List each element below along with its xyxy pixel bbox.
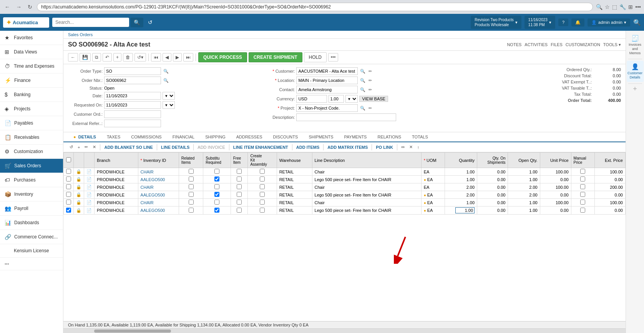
po-link-button[interactable]: PO LINK xyxy=(374,144,395,150)
row-manual-price[interactable] xyxy=(571,206,594,215)
tab-relations[interactable]: RELATIONS xyxy=(372,132,407,142)
grid-refresh-button[interactable]: ↺ xyxy=(68,144,75,150)
tab-taxes[interactable]: TAXES xyxy=(101,132,126,142)
currency-input[interactable] xyxy=(296,95,327,103)
create-kit-checkbox[interactable] xyxy=(260,192,265,197)
add-matrix-items-button[interactable]: ADD MATRIX ITEMS xyxy=(326,144,369,150)
copy-button[interactable]: ⧉ xyxy=(92,53,101,62)
sidebar-item-kensium[interactable]: Kensium License xyxy=(0,244,63,258)
quick-process-button[interactable]: QUICK PROCESS xyxy=(198,52,247,62)
order-nbr-lookup-button[interactable]: 🔍 xyxy=(163,78,169,83)
invoices-memos-button[interactable]: 🧾 InvoicesandMemos xyxy=(627,32,644,57)
sidebar-item-purchases[interactable]: 🏷 Purchases xyxy=(0,173,63,187)
row-related-items[interactable] xyxy=(179,168,203,176)
order-type-lookup-button[interactable]: 🔍 xyxy=(163,69,169,74)
grid-clear-button[interactable]: ✕ xyxy=(408,144,414,150)
related-items-checkbox[interactable] xyxy=(189,192,194,197)
grid-delete-button[interactable]: ✕ xyxy=(91,144,98,150)
row-quantity[interactable] xyxy=(445,206,477,215)
tab-addresses[interactable]: ADDRESSES xyxy=(231,132,268,142)
sidebar-item-data-views[interactable]: ⊞ Data Views xyxy=(0,45,63,59)
row-checkbox[interactable] xyxy=(66,176,71,181)
row-checkbox[interactable] xyxy=(66,184,71,189)
row-subst-required[interactable] xyxy=(203,176,231,183)
hold-button[interactable]: HOLD xyxy=(304,52,327,62)
search-button[interactable]: 🔍 xyxy=(131,18,143,27)
breadcrumb[interactable]: Sales Orders xyxy=(63,31,626,39)
free-item-checkbox[interactable] xyxy=(237,176,242,181)
customer-details-button[interactable]: 👤 CustomerDetails xyxy=(627,61,644,82)
manual-price-checkbox[interactable] xyxy=(580,208,585,213)
sidebar-item-commerce[interactable]: 🔗 Commerce Connec... xyxy=(0,230,63,244)
row-note-icon[interactable]: 📄 xyxy=(86,169,92,174)
header-refresh-button[interactable]: ↺ xyxy=(146,18,154,27)
line-details-button[interactable]: LINE DETAILS xyxy=(159,144,191,150)
grid-add-button[interactable]: + xyxy=(76,144,81,150)
location-edit-button[interactable]: ✏ xyxy=(368,78,373,83)
header-company[interactable]: Revision Two Products Products Wholesale… xyxy=(471,16,521,29)
description-input[interactable] xyxy=(296,113,396,121)
tools-button[interactable]: TOOLS ▾ xyxy=(603,42,621,47)
col-manual-price[interactable]: ManualPrice xyxy=(571,153,594,168)
browser-menu[interactable]: ••• xyxy=(635,4,641,10)
row-quantity[interactable]: 1.00 xyxy=(445,176,477,183)
view-base-button[interactable]: VIEW BASE xyxy=(359,96,388,102)
row-lock-icon[interactable]: 🔒 xyxy=(76,169,81,174)
customer-edit-button[interactable]: ✏ xyxy=(368,69,373,74)
row-checkbox-cell[interactable] xyxy=(64,206,74,215)
contact-input[interactable] xyxy=(296,86,358,93)
row-create-kit[interactable] xyxy=(248,183,277,191)
free-item-checkbox[interactable] xyxy=(237,184,242,189)
row-lock-icon[interactable]: 🔒 xyxy=(76,208,81,213)
files-button[interactable]: FILES xyxy=(551,42,563,47)
manual-price-checkbox[interactable] xyxy=(580,200,585,205)
row-checkbox-cell[interactable] xyxy=(64,183,74,191)
app-logo[interactable]: ✦ Acumatica xyxy=(3,17,49,28)
sidebar-item-sales-orders[interactable]: 🛒 Sales Orders xyxy=(0,159,63,173)
sidebar-item-inventory[interactable]: 📦 Inventory xyxy=(0,187,63,201)
inventory-id-link[interactable]: CHAIR xyxy=(141,170,154,174)
requested-on-input[interactable] xyxy=(104,101,161,109)
related-items-checkbox[interactable] xyxy=(189,200,194,205)
col-select-all[interactable] xyxy=(64,153,74,168)
browser-star[interactable]: ☆ xyxy=(605,4,610,10)
inventory-id-link[interactable]: AALEGO500 xyxy=(141,193,165,197)
contact-lookup-button[interactable]: 🔍 xyxy=(359,87,366,92)
row-note-icon[interactable]: 📄 xyxy=(86,192,92,197)
row-note-icon[interactable]: 📄 xyxy=(86,200,92,205)
row-free-item[interactable] xyxy=(231,199,248,206)
last-record-button[interactable]: ⏭ xyxy=(183,53,193,62)
prev-record-button[interactable]: ◀ xyxy=(163,53,171,62)
col-line-description[interactable]: Line Description xyxy=(312,153,421,168)
col-free-item[interactable]: FreeItem xyxy=(231,153,248,168)
row-subst-required[interactable] xyxy=(203,183,231,191)
sidebar-item-receivables[interactable]: 📋 Receivables xyxy=(0,130,63,145)
manual-price-checkbox[interactable] xyxy=(580,192,585,197)
row-manual-price[interactable] xyxy=(571,183,594,191)
row-note-icon[interactable]: 📄 xyxy=(86,177,92,182)
row-subst-required[interactable] xyxy=(203,199,231,206)
create-kit-checkbox[interactable] xyxy=(260,208,265,213)
tab-payments[interactable]: PAYMENTS xyxy=(339,132,372,142)
row-free-item[interactable] xyxy=(231,191,248,199)
row-checkbox[interactable] xyxy=(66,192,71,197)
row-free-item[interactable] xyxy=(231,168,248,176)
row-subst-required[interactable] xyxy=(203,168,231,176)
row-subst-required[interactable] xyxy=(203,191,231,199)
external-ref-input[interactable] xyxy=(104,120,161,127)
row-note-icon[interactable]: 📄 xyxy=(86,208,92,213)
tab-shipments[interactable]: SHIPMENTS xyxy=(303,132,339,142)
browser-forward[interactable]: → xyxy=(15,3,23,11)
row-related-items[interactable] xyxy=(179,176,203,183)
browser-zoom[interactable]: 🔍 xyxy=(596,4,603,10)
tab-commissions[interactable]: COMMISSIONS xyxy=(126,132,167,142)
related-items-checkbox[interactable] xyxy=(189,169,194,174)
project-edit-button[interactable]: ✏ xyxy=(368,106,373,111)
subst-required-checkbox[interactable] xyxy=(214,200,219,205)
sidebar-item-finance[interactable]: ⚡ Finance xyxy=(0,73,63,88)
subst-required-checkbox[interactable] xyxy=(214,184,219,189)
row-create-kit[interactable] xyxy=(248,168,277,176)
col-qty-on-shipments[interactable]: Qty. OnShipments xyxy=(477,153,508,168)
col-quantity[interactable]: Quantity xyxy=(445,153,477,168)
customer-lookup-button[interactable]: 🔍 xyxy=(359,69,366,74)
